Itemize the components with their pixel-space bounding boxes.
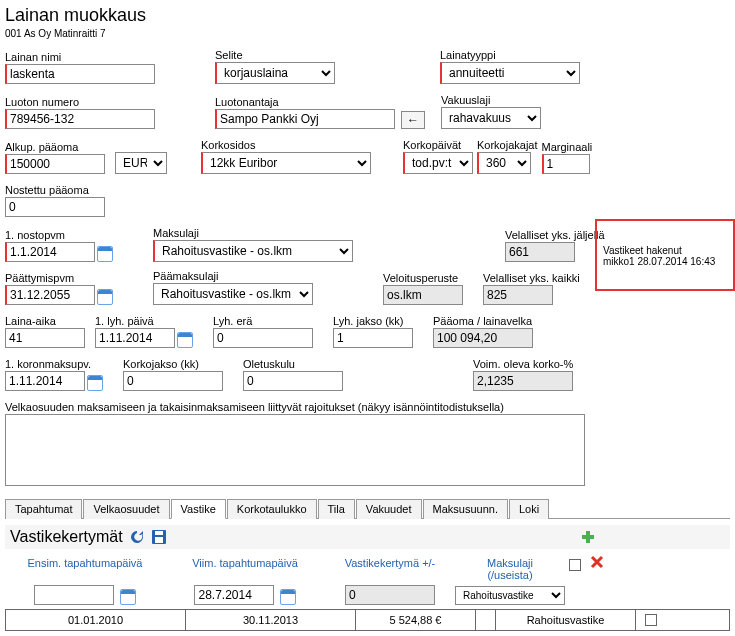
calendar-icon[interactable] <box>97 289 113 305</box>
calendar-icon[interactable] <box>97 246 113 262</box>
cell-checkbox <box>636 610 666 630</box>
korkosidos-label: Korkosidos <box>201 139 371 151</box>
korkojakajat-label: Korkojakajat <box>477 139 538 151</box>
vakuus-select[interactable]: rahavakuus <box>441 107 541 129</box>
cell-maksulaji: Rahoitusvastike <box>496 610 636 630</box>
marginaali-label: Marginaali <box>542 141 593 153</box>
lyhera-label: Lyh. erä <box>213 315 313 327</box>
svg-rect-4 <box>582 535 594 539</box>
restrictions-textarea[interactable] <box>5 414 585 486</box>
cell-spacer <box>476 610 496 630</box>
svg-rect-2 <box>155 537 163 543</box>
jaljella-label: Velalliset yks. jäljellä <box>505 229 605 241</box>
antaja-label: Luotonantaja <box>215 96 425 108</box>
highlight-box: Vastikeet hakenut mikko1 28.07.2014 16:4… <box>595 219 735 291</box>
lainaaika-label: Laina-aika <box>5 315 85 327</box>
cell-viim: 30.11.2013 <box>186 610 356 630</box>
paaoma-input[interactable] <box>5 154 105 174</box>
save-icon[interactable] <box>151 529 167 545</box>
paaomavelka-label: Pääoma / lainavelka <box>433 315 533 327</box>
numero-label: Luoton numero <box>5 96 155 108</box>
kaikki-label: Velalliset yks. kaikki <box>483 272 580 284</box>
lyhpaiva-label: 1. lyh. päivä <box>95 315 193 327</box>
vakuus-label: Vakuuslaji <box>441 94 541 106</box>
page-subtitle: 001 As Oy Matinraitti 7 <box>5 28 730 39</box>
antaja-input[interactable] <box>215 109 395 129</box>
korkijakso-label: Korkojakso (kk) <box>123 358 223 370</box>
add-icon[interactable] <box>581 530 595 544</box>
paamaks-select[interactable]: Rahoitusvastike - os.lkm <box>153 283 313 305</box>
name-label: Lainan nimi <box>5 51 155 63</box>
calendar-icon[interactable] <box>120 589 136 605</box>
currency-select[interactable]: EUR <box>115 152 167 174</box>
paaomavelka-input <box>433 328 533 348</box>
tab-tapahtumat[interactable]: Tapahtumat <box>5 499 82 519</box>
lainatyyppi-select[interactable]: annuiteetti <box>440 62 580 84</box>
nostettu-input[interactable] <box>5 197 105 217</box>
col-maksulaji: Maksulaji(/useista) <box>455 555 565 583</box>
refresh-icon[interactable] <box>129 529 145 545</box>
marginaali-input[interactable] <box>542 154 590 174</box>
paatty-label: Päättymispvm <box>5 272 113 284</box>
maksulaji-row-select[interactable]: Rahoitusvastike <box>455 586 565 605</box>
tab-korkotaulukko[interactable]: Korkotaulukko <box>227 499 317 519</box>
oletuskulu-label: Oletuskulu <box>243 358 343 370</box>
tabs: Tapahtumat Velkaosuudet Vastike Korkotau… <box>5 498 730 519</box>
viim-input[interactable] <box>194 585 274 605</box>
page-title: Lainan muokkaus <box>5 5 730 26</box>
tab-vakuudet[interactable]: Vakuudet <box>356 499 422 519</box>
voimkorko-input <box>473 371 573 391</box>
col-kertyma: Vastikekertymä +/- <box>325 555 455 571</box>
nostettu-label: Nostettu pääoma <box>5 184 105 196</box>
tab-maksusuunn[interactable]: Maksusuunn. <box>423 499 508 519</box>
koronmaksu-input[interactable] <box>5 371 85 391</box>
back-button[interactable]: ← <box>401 111 425 129</box>
table-row: 01.01.2010 30.11.2013 5 524,88 € Rahoitu… <box>5 609 730 631</box>
kertyma-input <box>345 585 435 605</box>
paatty-input[interactable] <box>5 285 95 305</box>
ensim-input[interactable] <box>34 585 114 605</box>
korkosidos-select[interactable]: 12kk Euribor <box>201 152 371 174</box>
calendar-icon[interactable] <box>280 589 296 605</box>
lyhjakso-input[interactable] <box>333 328 413 348</box>
koronmaksu-label: 1. koronmaksupv. <box>5 358 103 370</box>
calendar-icon[interactable] <box>177 332 193 348</box>
hakenut-value: mikko1 28.07.2014 16:43 <box>603 256 727 267</box>
veloitus-input <box>383 285 463 305</box>
calendar-icon[interactable] <box>87 375 103 391</box>
tab-loki[interactable]: Loki <box>509 499 549 519</box>
numero-input[interactable] <box>5 109 155 129</box>
lainaaika-input[interactable] <box>5 328 85 348</box>
textarea-label: Velkaosuuden maksamiseen ja takaisinmaks… <box>5 401 730 413</box>
col-viim: Viim. tapahtumapäivä <box>165 555 325 571</box>
header-checkbox[interactable] <box>569 559 581 571</box>
korkojakajat-select[interactable]: 360 <box>477 152 531 174</box>
veloitus-label: Veloitusperuste <box>383 272 463 284</box>
tab-vastike[interactable]: Vastike <box>171 499 226 519</box>
paaoma-label: Alkup. pääoma <box>5 141 105 153</box>
selite-select[interactable]: korjauslaina <box>215 62 335 84</box>
cell-kertyma: 5 524,88 € <box>356 610 476 630</box>
cell-ensim: 01.01.2010 <box>6 610 186 630</box>
row-checkbox[interactable] <box>645 614 657 626</box>
tab-tila[interactable]: Tila <box>318 499 355 519</box>
nostopvm-label: 1. nostopvm <box>5 229 113 241</box>
jaljella-input <box>505 242 575 262</box>
korkopaivat-label: Korkopäivät <box>403 139 473 151</box>
tab-velkaosuudet[interactable]: Velkaosuudet <box>83 499 169 519</box>
name-input[interactable] <box>5 64 155 84</box>
lyhera-input[interactable] <box>213 328 313 348</box>
lyhpaiva-input[interactable] <box>95 328 175 348</box>
lainatyyppi-label: Lainatyyppi <box>440 49 580 61</box>
nostopvm-input[interactable] <box>5 242 95 262</box>
paamaks-label: Päämaksulaji <box>153 270 313 282</box>
korkopaivat-select[interactable]: tod.pv:t <box>403 152 473 174</box>
delete-icon[interactable] <box>585 555 609 569</box>
maksulaji-select[interactable]: Rahoitusvastike - os.lkm <box>153 240 353 262</box>
kaikki-input <box>483 285 553 305</box>
svg-rect-1 <box>155 531 163 535</box>
voimkorko-label: Voim. oleva korko-% <box>473 358 573 370</box>
korkijakso-input[interactable] <box>123 371 223 391</box>
selite-label: Selite <box>215 49 335 61</box>
oletuskulu-input[interactable] <box>243 371 343 391</box>
